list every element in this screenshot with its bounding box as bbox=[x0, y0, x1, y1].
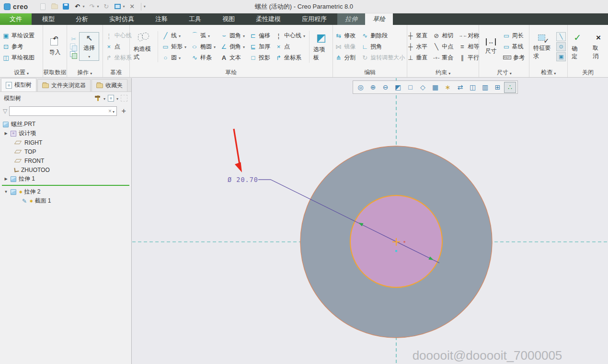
datum-centerline-button[interactable]: ¦中心线 bbox=[104, 31, 133, 41]
fillet-tool-button[interactable]: ⌣圆角 bbox=[219, 31, 246, 41]
tree-filter-input[interactable] bbox=[11, 108, 107, 114]
tab-folder-browser[interactable]: 文件夹浏览器 bbox=[37, 79, 91, 91]
sketch-setup-button[interactable]: ▣草绘设置 bbox=[1, 31, 35, 41]
tab-tools[interactable]: 工具 bbox=[178, 13, 212, 25]
cut-icon[interactable]: ✂ bbox=[70, 35, 77, 43]
chevron-down-icon[interactable] bbox=[103, 95, 105, 102]
capture-image-icon[interactable]: ▦ bbox=[429, 82, 441, 93]
construction-mode-button[interactable]: 构造模式 bbox=[131, 31, 158, 62]
tree-item-extrude1[interactable]: ▶拉伸 1 bbox=[0, 174, 131, 183]
shaded-view-icon[interactable]: ▥ bbox=[479, 82, 491, 93]
shade-closed-loops-icon[interactable]: ⊙ bbox=[556, 42, 566, 51]
graphics-area[interactable]: Ø 20.70 dooooit@dooooit_7000005 ◎ ⊕ ⊖ ◩ … bbox=[132, 78, 608, 364]
tab-extrude[interactable]: 拉伸 bbox=[337, 13, 365, 25]
spline-tool-button[interactable]: ∿样条 bbox=[190, 53, 217, 63]
thicken-tool-button[interactable]: ⊑加厚 bbox=[249, 42, 271, 52]
expander-icon[interactable]: ▶ bbox=[4, 177, 8, 181]
project-tool-button[interactable]: □投影 bbox=[249, 53, 271, 63]
window-switch-icon[interactable] bbox=[114, 2, 122, 11]
tab-sketch[interactable]: 草绘 bbox=[365, 13, 393, 25]
tree-item-front-plane[interactable]: FRONT bbox=[0, 156, 131, 165]
mirror-button[interactable]: ⋈镜像 bbox=[334, 42, 356, 52]
sketch-view-button[interactable]: ◫草绘视图 bbox=[1, 53, 35, 63]
section-view-icon[interactable]: ◫ bbox=[467, 82, 479, 93]
customize-toolbar-icon[interactable]: ▾ bbox=[144, 4, 146, 9]
line-tool-button[interactable]: ╱线 bbox=[161, 31, 187, 41]
delete-segment-button[interactable]: ∿删除段 bbox=[360, 31, 406, 41]
chevron-down-icon[interactable] bbox=[184, 43, 186, 50]
tree-item-csys[interactable]: ZHUOTOO bbox=[0, 165, 131, 174]
centerline-handle[interactable] bbox=[395, 250, 397, 252]
annotation-display-icon[interactable]: ⊞ bbox=[492, 82, 504, 93]
csys-tool-button[interactable]: ↱坐标系 bbox=[274, 53, 306, 63]
paste-icon[interactable] bbox=[70, 51, 77, 58]
arc-tool-button[interactable]: ⌒弧 bbox=[190, 31, 217, 41]
constraint-coincident-button[interactable]: -∘-重合 bbox=[432, 53, 454, 63]
baseline-dimension-button[interactable]: ▭基线 bbox=[502, 42, 526, 52]
references-button[interactable]: ⊡参考 bbox=[1, 42, 35, 52]
datum-display-filters-icon[interactable]: ∗ bbox=[442, 82, 454, 93]
datum-point-button[interactable]: ×点 bbox=[104, 42, 133, 52]
repaint-icon[interactable]: ◩ bbox=[392, 82, 404, 93]
copy-icon[interactable] bbox=[70, 44, 77, 50]
group-footer-dimension[interactable]: 尺寸 bbox=[479, 68, 529, 77]
add-filter-icon[interactable]: ＋ bbox=[119, 107, 128, 115]
zoom-in-icon[interactable]: ⊕ bbox=[367, 82, 379, 93]
corner-button[interactable]: ∟拐角 bbox=[360, 42, 406, 52]
diameter-dimension-text[interactable]: Ø 20.70 bbox=[228, 176, 258, 183]
regenerate-icon[interactable]: ↻ bbox=[102, 2, 111, 11]
ok-button[interactable]: ✓ 确定 bbox=[569, 31, 585, 62]
palette-button[interactable]: ◩ 选项板 bbox=[309, 31, 331, 63]
chamfer-tool-button[interactable]: ∠倒角 bbox=[219, 42, 246, 52]
expander-icon[interactable]: ▼ bbox=[4, 190, 8, 194]
tab-flexible-modeling[interactable]: 柔性建模 bbox=[245, 13, 291, 25]
insert-here-marker[interactable] bbox=[2, 185, 129, 186]
zoom-to-fit-icon[interactable]: ◎ bbox=[355, 82, 367, 93]
feature-requirements-button[interactable]: ✓ 特征要求 bbox=[531, 32, 554, 61]
tree-item-section1[interactable]: ✎∗截面 1 bbox=[0, 196, 131, 205]
reference-point[interactable] bbox=[403, 241, 405, 243]
chevron-down-icon[interactable] bbox=[243, 32, 245, 39]
tree-item-extrude2[interactable]: ▼∗拉伸 2 bbox=[0, 187, 131, 196]
constraint-parallel-button[interactable]: ∥平行 bbox=[458, 53, 480, 63]
redo-icon[interactable]: ↷ bbox=[88, 2, 96, 11]
constraint-midpoint-button[interactable]: ╲中点 bbox=[432, 42, 454, 52]
chevron-down-icon[interactable] bbox=[116, 95, 118, 102]
divide-button[interactable]: ⋔分割 bbox=[334, 53, 356, 63]
tree-tools-icon[interactable] bbox=[94, 95, 101, 102]
tab-file[interactable]: 文件 bbox=[0, 13, 32, 25]
expander-icon[interactable]: ▶ bbox=[4, 131, 8, 136]
chevron-down-icon[interactable] bbox=[88, 53, 90, 59]
reorient-icon[interactable]: ⇄ bbox=[454, 82, 466, 93]
tab-annotate[interactable]: 注释 bbox=[145, 13, 178, 25]
tree-show-icon[interactable] bbox=[121, 95, 127, 102]
saved-orientations-icon[interactable]: □ bbox=[404, 82, 416, 93]
chevron-down-icon[interactable] bbox=[214, 43, 216, 50]
undo-icon[interactable]: ↶ bbox=[73, 2, 82, 11]
tab-applications[interactable]: 应用程序 bbox=[291, 13, 337, 25]
zoom-out-icon[interactable]: ⊖ bbox=[379, 82, 391, 93]
constraint-perpendicular-button[interactable]: ⊥垂直 bbox=[406, 53, 428, 63]
reference-dimension-button[interactable]: REF参考 bbox=[502, 53, 526, 63]
highlight-open-ends-icon[interactable]: ▣ bbox=[556, 52, 566, 61]
sketch-canvas[interactable]: Ø 20.70 dooooit@dooooit_7000005 bbox=[132, 78, 608, 364]
centerline-tool-button[interactable]: ¦中心线 bbox=[274, 31, 306, 41]
point-tool-button[interactable]: ×点 bbox=[274, 42, 306, 52]
chevron-down-icon[interactable] bbox=[179, 32, 181, 39]
constraint-symmetric-button[interactable]: →←对称 bbox=[458, 31, 480, 41]
offset-tool-button[interactable]: ⊏偏移 bbox=[249, 31, 271, 41]
chevron-down-icon[interactable] bbox=[303, 32, 305, 39]
rotate-resize-button[interactable]: ↻旋转调整大小 bbox=[360, 53, 406, 63]
clear-filter-icon[interactable]: × bbox=[107, 108, 113, 114]
constraint-horizontal-button[interactable]: ┼水平 bbox=[406, 42, 428, 52]
constraint-vertical-button[interactable]: ┼竖直 bbox=[406, 31, 428, 41]
save-icon[interactable] bbox=[62, 2, 70, 11]
window-chevron-icon[interactable]: ▾ bbox=[123, 4, 125, 9]
close-window-icon[interactable]: ✕ bbox=[128, 2, 137, 11]
open-file-icon[interactable] bbox=[50, 2, 59, 11]
tab-model[interactable]: 模型 bbox=[32, 13, 65, 25]
rectangle-tool-button[interactable]: ▭矩形 bbox=[161, 42, 187, 52]
chevron-down-icon[interactable] bbox=[243, 43, 245, 50]
group-footer-inspect[interactable]: 检查 bbox=[529, 68, 567, 77]
constraint-equal-button[interactable]: =相等 bbox=[458, 42, 480, 52]
